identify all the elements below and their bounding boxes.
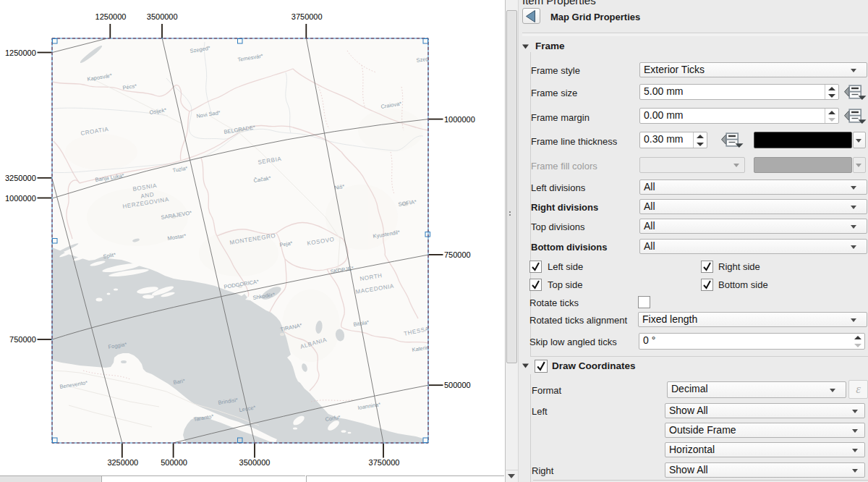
svg-text:500000: 500000: [444, 381, 471, 389]
svg-text:500000: 500000: [161, 458, 187, 467]
svg-text:3250000: 3250000: [5, 174, 36, 182]
svg-text:1250000: 1250000: [95, 12, 127, 21]
svg-text:3250000: 3250000: [107, 458, 138, 467]
svg-text:3500000: 3500000: [147, 12, 178, 21]
svg-text:1250000: 1250000: [5, 48, 36, 57]
svg-text:1000000: 1000000: [444, 115, 475, 124]
svg-text:3750000: 3750000: [292, 12, 323, 21]
svg-text:750000: 750000: [444, 250, 471, 259]
svg-text:3500000: 3500000: [239, 458, 271, 467]
svg-text:3750000: 3750000: [369, 458, 400, 467]
svg-text:1000000: 1000000: [5, 194, 36, 203]
svg-text:750000: 750000: [9, 335, 36, 344]
